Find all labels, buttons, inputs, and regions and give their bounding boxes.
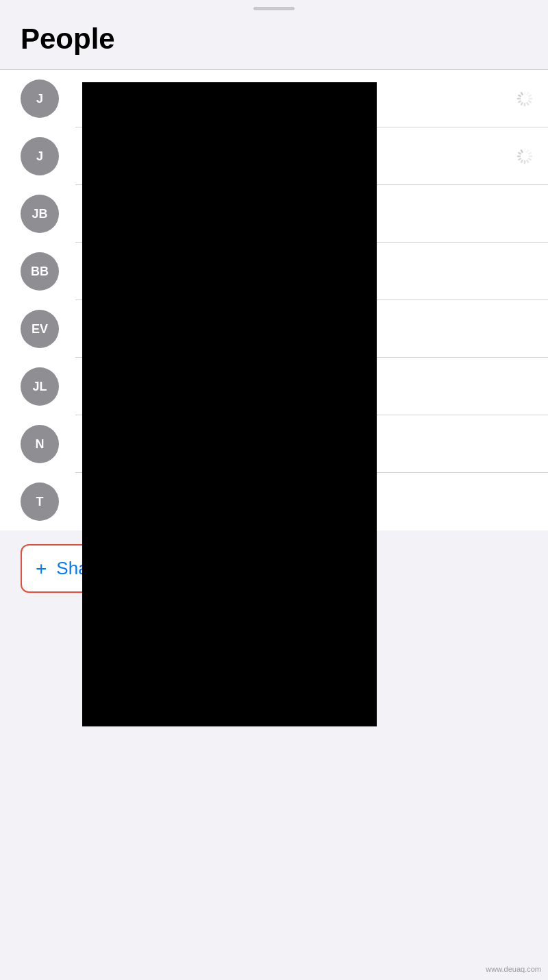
- svg-line-16: [529, 159, 531, 160]
- avatar: BB: [21, 252, 59, 291]
- avatar: JL: [21, 367, 59, 406]
- svg-line-19: [521, 160, 523, 162]
- black-overlay: [82, 82, 377, 726]
- svg-line-17: [527, 160, 529, 162]
- avatar: JB: [21, 195, 59, 233]
- svg-line-5: [527, 103, 529, 105]
- svg-line-10: [519, 95, 521, 97]
- svg-line-14: [529, 153, 531, 154]
- loading-spinner-icon: [515, 89, 534, 108]
- plus-icon: +: [36, 559, 47, 578]
- svg-line-2: [529, 95, 531, 97]
- svg-line-11: [521, 93, 523, 95]
- avatar: J: [21, 137, 59, 175]
- svg-line-7: [521, 103, 523, 105]
- avatar: T: [21, 482, 59, 521]
- drag-handle: [253, 7, 295, 10]
- svg-line-1: [527, 93, 529, 95]
- avatar: N: [21, 425, 59, 463]
- svg-line-13: [527, 150, 529, 152]
- watermark: www.deuaq.com: [486, 965, 541, 973]
- svg-line-22: [519, 153, 521, 154]
- svg-line-8: [519, 101, 521, 103]
- page-title: People: [0, 16, 548, 69]
- loading-spinner-icon: [515, 147, 534, 166]
- avatar: EV: [21, 310, 59, 348]
- svg-line-4: [529, 101, 531, 103]
- avatar: J: [21, 79, 59, 118]
- svg-line-20: [519, 159, 521, 160]
- svg-line-23: [521, 150, 523, 152]
